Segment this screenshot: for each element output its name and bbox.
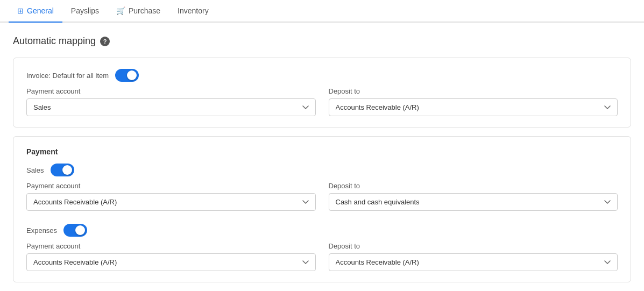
section-title: Automatic mapping ? <box>13 36 631 47</box>
sales-label: Sales <box>26 166 44 174</box>
sales-fields-row: Payment account Accounts Receivable (A/R… <box>26 182 618 211</box>
sales-header-row: Sales <box>26 164 618 176</box>
sales-deposit-to-label: Deposit to <box>329 182 618 190</box>
tab-inventory[interactable]: Inventory <box>169 0 217 23</box>
expenses-payment-account-group: Payment account Accounts Receivable (A/R… <box>26 242 316 271</box>
sales-deposit-to-group: Deposit to Cash and cash equivalents <box>329 182 618 211</box>
sales-deposit-to-select[interactable]: Cash and cash equivalents <box>329 193 618 211</box>
tab-general[interactable]: ⊞ General <box>9 0 62 23</box>
invoice-payment-account-select[interactable]: Sales <box>26 98 316 116</box>
help-icon[interactable]: ? <box>100 37 110 46</box>
expenses-deposit-to-select[interactable]: Accounts Receivable (A/R) <box>329 253 618 271</box>
invoice-toggle[interactable] <box>115 69 139 82</box>
expenses-header-row: Expenses <box>26 224 618 237</box>
expenses-label: Expenses <box>26 226 57 235</box>
tab-purchase[interactable]: 🛒 Purchase <box>108 0 169 23</box>
general-icon: ⊞ <box>17 6 24 15</box>
invoice-header-row: Invoice: Default for all item <box>26 69 618 82</box>
expenses-fields-row: Payment account Accounts Receivable (A/R… <box>26 242 618 271</box>
nav-tabs: ⊞ General Payslips 🛒 Purchase Inventory <box>0 0 644 23</box>
invoice-payment-account-group: Payment account Sales <box>26 87 316 116</box>
sales-toggle[interactable] <box>51 164 74 176</box>
tab-purchase-label: Purchase <box>129 6 160 15</box>
invoice-label: Invoice: Default for all item <box>26 72 109 80</box>
invoice-payment-account-label: Payment account <box>26 87 316 95</box>
payment-title: Payment <box>26 147 618 156</box>
expenses-payment-account-select[interactable]: Accounts Receivable (A/R) <box>26 253 316 271</box>
tab-inventory-label: Inventory <box>178 6 209 15</box>
invoice-deposit-to-label: Deposit to <box>329 87 618 95</box>
tab-payslips[interactable]: Payslips <box>62 0 108 23</box>
expenses-toggle[interactable] <box>63 224 87 237</box>
invoice-fields-row: Payment account Sales Deposit to Account… <box>26 87 618 116</box>
sales-payment-account-label: Payment account <box>26 182 316 190</box>
invoice-deposit-to-group: Deposit to Accounts Receivable (A/R) <box>329 87 618 116</box>
invoice-deposit-to-select[interactable]: Accounts Receivable (A/R) <box>329 98 618 116</box>
invoice-card: Invoice: Default for all item Payment ac… <box>13 58 631 127</box>
payment-card: Payment Sales Payment account Accounts R… <box>13 136 631 282</box>
tab-general-label: General <box>27 6 54 15</box>
expenses-payment-account-label: Payment account <box>26 242 316 250</box>
sales-payment-account-group: Payment account Accounts Receivable (A/R… <box>26 182 316 211</box>
section-title-text: Automatic mapping <box>13 36 96 47</box>
sales-payment-account-select[interactable]: Accounts Receivable (A/R) <box>26 193 316 211</box>
expenses-deposit-to-group: Deposit to Accounts Receivable (A/R) <box>329 242 618 271</box>
tab-payslips-label: Payslips <box>71 6 99 15</box>
purchase-icon: 🛒 <box>116 6 125 15</box>
expenses-section: Expenses Payment account Accounts Receiv… <box>26 222 618 271</box>
main-content: Automatic mapping ? Invoice: Default for… <box>0 23 644 291</box>
expenses-deposit-to-label: Deposit to <box>329 242 618 250</box>
